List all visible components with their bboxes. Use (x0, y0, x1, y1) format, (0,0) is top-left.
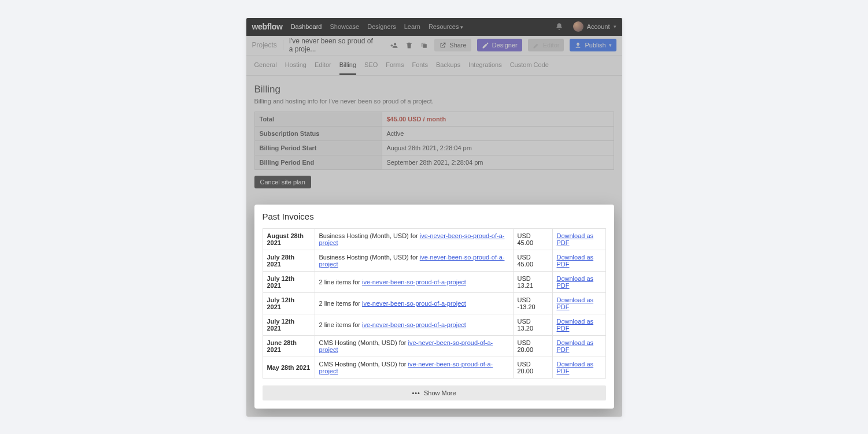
invoice-description: Business Hosting (Month, USD) for ive-ne… (315, 228, 513, 250)
chevron-down-icon: ▾ (614, 24, 616, 29)
billing-row: Billing Period StartAugust 28th 2021, 2:… (254, 140, 614, 155)
invoice-download-cell: Download as PDF (552, 292, 605, 314)
project-title: I've never been so proud of a proje... (289, 37, 378, 53)
invoice-row: June 28th 2021CMS Hosting (Month, USD) f… (263, 335, 605, 357)
account-menu[interactable]: Account ▾ (573, 21, 616, 32)
tabs: GeneralHostingEditorBillingSEOFormsFonts… (246, 55, 622, 76)
invoice-amount: USD -13.20 (513, 292, 552, 314)
billing-row-label: Total (254, 112, 382, 126)
tab-forms[interactable]: Forms (386, 61, 404, 75)
app-window: webflow DashboardShowcaseDesignersLearnR… (246, 18, 622, 417)
show-more-label: Show More (424, 390, 456, 396)
invoice-download-cell: Download as PDF (552, 271, 605, 292)
billing-row-value: September 28th 2021, 2:28:04 pm (382, 155, 614, 169)
publish-label: Publish (585, 42, 605, 49)
topnav-item-designers[interactable]: Designers (367, 23, 396, 30)
publish-button[interactable]: Publish ▾ (570, 39, 616, 51)
designer-button[interactable]: Designer (477, 39, 522, 51)
billing-row-label: Billing Period End (254, 155, 382, 169)
invoices-table: August 28th 2021Business Hosting (Month,… (263, 228, 606, 379)
invoice-amount: USD 20.00 (513, 335, 552, 357)
projects-bar: Projects I've never been so proud of a p… (246, 36, 622, 55)
brand-logo[interactable]: webflow (252, 22, 283, 31)
invoice-amount: USD 20.00 (513, 357, 552, 378)
invoice-amount: USD 45.00 (513, 250, 552, 271)
tab-seo[interactable]: SEO (364, 61, 378, 75)
account-label: Account (587, 23, 610, 30)
billing-summary-table: Total$45.00 USD / monthSubscription Stat… (254, 112, 614, 170)
notifications-icon[interactable] (553, 21, 565, 32)
invoice-download-cell: Download as PDF (552, 357, 605, 378)
invoice-row: May 28th 2021CMS Hosting (Month, USD) fo… (263, 357, 605, 378)
invoice-download-link[interactable]: Download as PDF (557, 318, 594, 332)
invoice-download-cell: Download as PDF (552, 335, 605, 357)
invoice-row: July 12th 20212 line items for ive-never… (263, 271, 605, 292)
invoice-description: CMS Hosting (Month, USD) for ive-never-b… (315, 335, 513, 357)
invoice-download-link[interactable]: Download as PDF (557, 232, 594, 246)
invoice-description: 2 line items for ive-never-been-so-proud… (315, 271, 513, 292)
topnav-item-resources[interactable]: Resources ▾ (429, 23, 463, 30)
invoice-project-link[interactable]: ive-never-been-so-proud-of-a-project (319, 339, 493, 353)
invoice-project-link[interactable]: ive-never-been-so-proud-of-a-project (362, 321, 466, 328)
billing-row: Billing Period EndSeptember 28th 2021, 2… (254, 155, 614, 169)
share-button[interactable]: Share (434, 39, 471, 51)
invoice-project-link[interactable]: ive-never-been-so-proud-of-a-project (362, 300, 466, 307)
billing-row-label: Subscription Status (254, 126, 382, 140)
billing-row: Subscription StatusActive (254, 126, 614, 140)
past-invoices-card: Past Invoices August 28th 2021Business H… (254, 205, 614, 409)
invoice-download-link[interactable]: Download as PDF (557, 296, 594, 310)
invoice-row: August 28th 2021Business Hosting (Month,… (263, 228, 605, 250)
invoice-row: July 12th 20212 line items for ive-never… (263, 292, 605, 314)
trash-icon[interactable] (405, 39, 414, 51)
tab-billing[interactable]: Billing (339, 61, 356, 75)
topnav: DashboardShowcaseDesignersLearnResources… (291, 23, 463, 30)
cancel-site-plan-button[interactable]: Cancel site plan (254, 176, 311, 188)
invoice-date: June 28th 2021 (263, 335, 315, 357)
invoice-download-link[interactable]: Download as PDF (557, 361, 594, 374)
billing-row: Total$45.00 USD / month (254, 112, 614, 126)
tab-fonts[interactable]: Fonts (412, 61, 428, 75)
invoice-project-link[interactable]: ive-never-been-so-proud-of-a-project (319, 254, 505, 268)
invoice-project-link[interactable]: ive-never-been-so-proud-of-a-project (319, 361, 493, 374)
tab-hosting[interactable]: Hosting (285, 61, 306, 75)
invoice-download-cell: Download as PDF (552, 314, 605, 335)
invoice-description: Business Hosting (Month, USD) for ive-ne… (315, 250, 513, 271)
topnav-item-learn[interactable]: Learn (404, 23, 420, 30)
invoice-download-cell: Download as PDF (552, 250, 605, 271)
invoice-download-link[interactable]: Download as PDF (557, 339, 594, 353)
designer-label: Designer (492, 42, 518, 49)
divider (283, 40, 283, 50)
editor-label: Editor (543, 42, 560, 49)
editor-button-disabled: Editor (528, 39, 564, 51)
invoice-row: July 12th 20212 line items for ive-never… (263, 314, 605, 335)
tab-integrations[interactable]: Integrations (468, 61, 501, 75)
ellipsis-icon: ••• (412, 390, 420, 396)
invoice-date: July 28th 2021 (263, 250, 315, 271)
invoice-date: August 28th 2021 (263, 228, 315, 250)
invoice-row: July 28th 2021Business Hosting (Month, U… (263, 250, 605, 271)
tab-backups[interactable]: Backups (436, 61, 460, 75)
invoice-download-cell: Download as PDF (552, 228, 605, 250)
copy-icon[interactable] (419, 39, 429, 51)
invoice-date: May 28th 2021 (263, 357, 315, 378)
show-more-button[interactable]: •••Show More (263, 385, 606, 400)
invoice-download-link[interactable]: Download as PDF (557, 275, 594, 289)
add-collaborator-icon[interactable] (390, 39, 399, 51)
tab-custom-code[interactable]: Custom Code (510, 61, 549, 75)
breadcrumb[interactable]: Projects (252, 41, 277, 49)
topbar: webflow DashboardShowcaseDesignersLearnR… (246, 18, 622, 36)
billing-row-value: Active (382, 126, 614, 140)
share-label: Share (449, 42, 466, 49)
tab-general[interactable]: General (254, 61, 277, 75)
billing-heading: Billing (254, 84, 614, 95)
topnav-item-dashboard[interactable]: Dashboard (291, 23, 322, 30)
invoice-amount: USD 45.00 (513, 228, 552, 250)
invoice-project-link[interactable]: ive-never-been-so-proud-of-a-project (319, 232, 505, 246)
topnav-item-showcase[interactable]: Showcase (330, 23, 359, 30)
invoice-project-link[interactable]: ive-never-been-so-proud-of-a-project (362, 279, 466, 285)
billing-row-value: $45.00 USD / month (382, 112, 614, 126)
billing-section: Billing Billing and hosting info for I'v… (246, 76, 622, 196)
tab-editor[interactable]: Editor (315, 61, 331, 75)
invoice-download-link[interactable]: Download as PDF (557, 254, 594, 268)
invoice-date: July 12th 2021 (263, 271, 315, 292)
